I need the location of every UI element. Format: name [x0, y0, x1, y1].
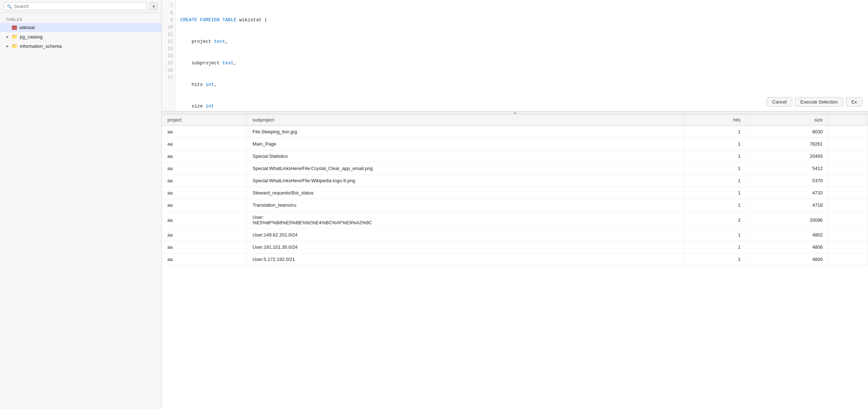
cell-extra: [828, 162, 868, 175]
cell-extra: [828, 175, 868, 187]
search-icon: 🔍: [7, 4, 12, 9]
cell-hits: 1: [683, 241, 747, 253]
cell-size: 78261: [747, 138, 829, 150]
execute-selection-button[interactable]: Execute Selection: [795, 97, 843, 107]
line-num-10: 10: [162, 24, 176, 31]
cell-project: aa: [162, 175, 247, 187]
cell-project: aa: [162, 211, 247, 229]
sidebar-item-pg-catalog[interactable]: ► 📁 pg_catalog: [0, 32, 161, 41]
add-button[interactable]: +: [150, 3, 158, 10]
cell-subproject: User:%E5%8F%B8%E5%BE%92%E4%BC%AF%E9%A2%9…: [247, 211, 683, 229]
tables-section: TABLES wikistat ► 📁 pg_catalog: [0, 13, 161, 54]
cell-project: aa: [162, 241, 247, 253]
cell-subproject: User:149.62.201.0/24: [247, 229, 683, 241]
cell-hits: 1: [683, 175, 747, 187]
line-numbers: 7 8 9 10 11 12 13 14 15 16 17: [162, 0, 176, 111]
main: 7 8 9 10 11 12 13 14 15 16 17 CREATE FOR…: [162, 0, 868, 409]
table-row: aaSteward_requests/Bot_status14733: [162, 187, 868, 199]
chevron-right-icon: ►: [6, 35, 9, 39]
table-header-row: project subproject hits size: [162, 114, 868, 126]
svg-rect-4: [12, 26, 14, 27]
search-input-wrap: 🔍: [4, 2, 147, 10]
chevron-right-icon2: ►: [6, 44, 9, 48]
cell-project: aa: [162, 138, 247, 150]
sidebar: 🔍 + TABLES wikistat ►: [0, 0, 162, 409]
cell-project: aa: [162, 229, 247, 241]
cell-size: 5412: [747, 162, 829, 175]
sidebar-item-wikistat-label: wikistat: [19, 25, 35, 30]
table-row: aaUser:%E5%8F%B8%E5%BE%92%E4%BC%AF%E9%A2…: [162, 211, 868, 229]
table-row: aaSpecial:WhatLinksHere/File:Wikipedia-l…: [162, 175, 868, 187]
cell-size: 20493: [747, 150, 829, 162]
folder-icon2: 📁: [11, 43, 18, 49]
cell-size: 4733: [747, 187, 829, 199]
cell-extra: [828, 150, 868, 162]
code-line-9: subproject text,: [180, 60, 864, 67]
code-line-7: CREATE FOREIGN TABLE wikistat (: [180, 17, 864, 24]
cell-hits: 1: [683, 150, 747, 162]
code-content[interactable]: CREATE FOREIGN TABLE wikistat ( project …: [176, 0, 868, 111]
cell-size: 8030: [747, 126, 829, 138]
code-editor[interactable]: 7 8 9 10 11 12 13 14 15 16 17 CREATE FOR…: [162, 0, 868, 111]
search-input[interactable]: [14, 4, 144, 9]
cell-subproject: User:5.172.192.0/21: [247, 253, 683, 266]
col-header-extra: [828, 114, 868, 126]
cell-extra: [828, 126, 868, 138]
table-icon: [11, 25, 17, 30]
cell-hits: 1: [683, 199, 747, 211]
line-num-16: 16: [162, 67, 176, 74]
line-num-7: 7: [162, 2, 176, 9]
cell-size: 4718: [747, 199, 829, 211]
cell-hits: 1: [683, 253, 747, 266]
line-num-8: 8: [162, 9, 176, 17]
tables-section-label: TABLES: [0, 16, 161, 23]
cell-extra: [828, 253, 868, 266]
cell-extra: [828, 187, 868, 199]
cell-size: 20096: [747, 211, 829, 229]
col-header-subproject: subproject: [247, 114, 683, 126]
cell-extra: [828, 199, 868, 211]
table-row: aaTranslation_teams/ru14718: [162, 199, 868, 211]
line-num-17: 17: [162, 74, 176, 81]
folder-icon: 📁: [11, 34, 18, 40]
cell-subproject: Steward_requests/Bot_status: [247, 187, 683, 199]
table-row: aaUser:5.172.192.0/2114800: [162, 253, 868, 266]
results-tbody: aaFile:Sleeping_lion.jpg18030aaMain_Page…: [162, 126, 868, 266]
cell-project: aa: [162, 187, 247, 199]
cell-extra: [828, 138, 868, 150]
sidebar-item-information-schema[interactable]: ► 📁 information_schema: [0, 41, 161, 51]
line-num-9: 9: [162, 17, 176, 24]
sidebar-item-pg-catalog-label: pg_catalog: [20, 34, 43, 40]
cell-project: aa: [162, 162, 247, 175]
cell-extra: [828, 241, 868, 253]
cell-extra: [828, 211, 868, 229]
sidebar-item-information-schema-label: information_schema: [20, 43, 62, 49]
cell-hits: 1: [683, 126, 747, 138]
line-num-14: 14: [162, 52, 176, 60]
cell-subproject: Main_Page: [247, 138, 683, 150]
cell-hits: 1: [683, 187, 747, 199]
results-panel[interactable]: project subproject hits size aaFile:Slee…: [162, 114, 868, 409]
cell-project: aa: [162, 253, 247, 266]
svg-rect-5: [14, 26, 17, 27]
action-bar: Cancel Execute Selection Ex: [767, 97, 862, 107]
line-num-15: 15: [162, 60, 176, 67]
cell-hits: 2: [683, 211, 747, 229]
table-row: aaUser:191.101.30.0/2414806: [162, 241, 868, 253]
resize-handle[interactable]: [162, 111, 868, 114]
sidebar-item-wikistat[interactable]: wikistat: [0, 23, 161, 32]
cell-hits: 1: [683, 138, 747, 150]
cancel-button[interactable]: Cancel: [767, 97, 792, 107]
cell-subproject: Special:WhatLinksHere/File:Wikipedia-log…: [247, 175, 683, 187]
cell-subproject: File:Sleeping_lion.jpg: [247, 126, 683, 138]
search-bar: 🔍 +: [0, 0, 161, 13]
col-header-project: project: [162, 114, 247, 126]
code-line-8: project text,: [180, 38, 864, 45]
code-line-10: hits int,: [180, 81, 864, 88]
cell-project: aa: [162, 150, 247, 162]
col-header-hits: hits: [683, 114, 747, 126]
cell-project: aa: [162, 126, 247, 138]
table-row: aaSpecial:WhatLinksHere/File:Crystal_Cle…: [162, 162, 868, 175]
cell-subproject: Translation_teams/ru: [247, 199, 683, 211]
execute-all-button[interactable]: Ex: [846, 97, 862, 107]
